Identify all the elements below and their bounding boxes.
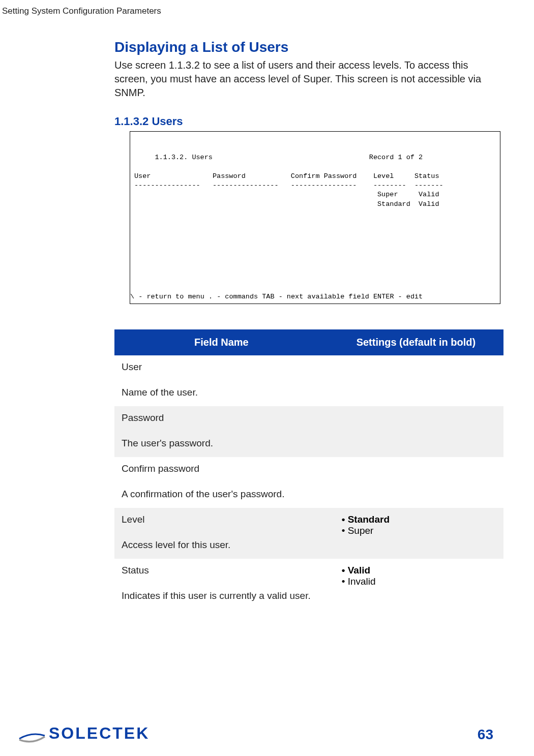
col-field-name: Field Name: [114, 329, 329, 355]
section-title: Displaying a List of Users: [114, 39, 503, 55]
table-row: User Name of the user.: [114, 355, 503, 406]
logo-text: SOLECTEK: [49, 724, 150, 743]
terminal-screenshot: 1.1.3.2. Users Record 1 of 2 User Passwo…: [130, 131, 500, 304]
terminal-body: 1.1.3.2. Users Record 1 of 2 User Passwo…: [134, 153, 496, 208]
table-row: Status Indicates if this user is current…: [114, 559, 503, 610]
logo: SOLECTEK: [18, 724, 150, 743]
setting-option: Valid: [342, 565, 496, 576]
setting-option: Invalid: [342, 576, 496, 587]
field-desc: A confirmation of the user's password.: [122, 486, 321, 500]
main-content: Displaying a List of Users Use screen 1.…: [0, 16, 534, 610]
page-header: Setting System Configuration Parameters: [0, 0, 534, 16]
field-table: Field Name Settings (default in bold) Us…: [114, 329, 503, 610]
field-desc: Name of the user.: [122, 384, 321, 398]
page-number: 63: [478, 727, 493, 743]
setting-option: Super: [342, 525, 496, 536]
logo-icon: [18, 724, 46, 743]
col-settings: Settings (default in bold): [329, 329, 503, 355]
field-name: Confirm password: [122, 463, 199, 474]
subsection-title: 1.1.3.2 Users: [114, 115, 503, 128]
field-desc: The user's password.: [122, 435, 321, 449]
table-row: Password The user's password.: [114, 406, 503, 457]
setting-option: Standard: [342, 514, 496, 525]
intro-paragraph: Use screen 1.1.3.2 to see a list of user…: [114, 58, 503, 100]
field-name: Status: [122, 565, 149, 576]
field-name: User: [122, 361, 142, 372]
field-name: Password: [122, 412, 164, 423]
field-name: Level: [122, 514, 144, 525]
field-desc: Indicates if this user is currently a va…: [122, 587, 321, 601]
page-footer: SOLECTEK 63: [18, 724, 493, 743]
field-desc: Access level for this user.: [122, 536, 321, 551]
table-row: Confirm password A confirmation of the u…: [114, 457, 503, 508]
terminal-footer: \ - return to menu . - commands TAB - ne…: [130, 292, 496, 301]
table-row: Level Access level for this user. Standa…: [114, 508, 503, 559]
